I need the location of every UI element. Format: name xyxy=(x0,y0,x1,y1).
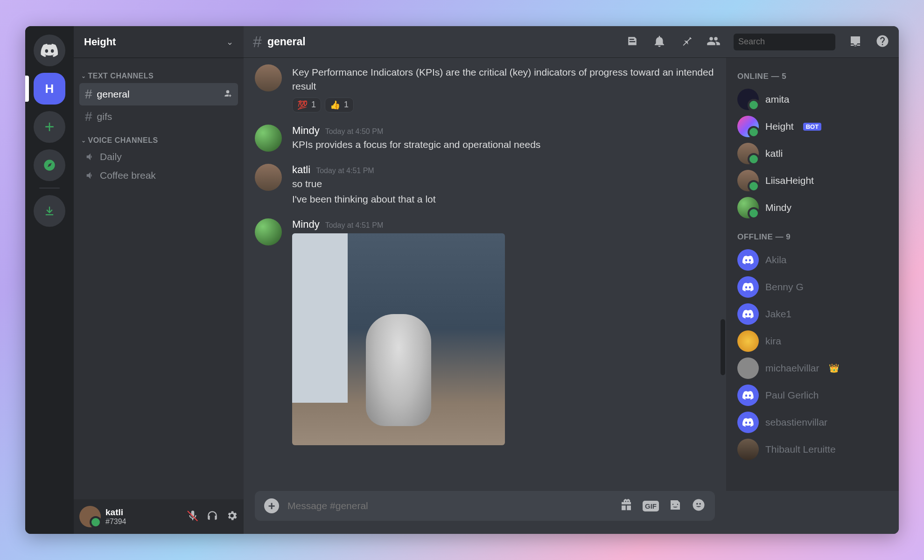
member-avatar xyxy=(737,357,759,379)
message-author[interactable]: Mindy xyxy=(292,125,320,137)
member-list: ONLINE — 5 amitaHeightBOTkatliLiisaHeigh… xyxy=(726,58,899,491)
reaction[interactable]: 💯1 xyxy=(292,98,321,112)
member-height[interactable]: HeightBOT xyxy=(732,113,893,140)
member-mindy[interactable]: Mindy xyxy=(732,194,893,221)
member-akila[interactable]: Akila xyxy=(732,246,893,273)
composer-wrap: + GIF xyxy=(244,491,726,534)
voice-channels-header[interactable]: ⌄ VOICE CHANNELS xyxy=(79,128,238,147)
channel-label: Coffee break xyxy=(100,170,156,181)
owner-crown-icon: 👑 xyxy=(829,363,839,373)
member-avatar xyxy=(737,385,759,406)
message-text: Key Performance Indicators (KPIs) are th… xyxy=(292,65,715,94)
pins-button[interactable] xyxy=(679,34,693,50)
reaction[interactable]: 👍1 xyxy=(325,98,354,112)
invite-icon[interactable] xyxy=(223,89,232,100)
member-name: Benny G xyxy=(765,281,804,293)
download-button[interactable] xyxy=(34,195,65,227)
mute-button[interactable] xyxy=(187,510,199,524)
member-avatar xyxy=(737,412,759,433)
avatar[interactable] xyxy=(255,64,282,91)
explore-button[interactable] xyxy=(34,149,65,181)
member-liisaheight[interactable]: LiisaHeight xyxy=(732,167,893,194)
message-author[interactable]: katli xyxy=(292,164,310,176)
message-author[interactable]: Mindy xyxy=(292,218,320,231)
channel-label: Daily xyxy=(100,151,122,162)
online-header: ONLINE — 5 xyxy=(732,69,893,86)
reaction-count: 1 xyxy=(311,100,316,110)
chevron-down-icon: ⌄ xyxy=(226,37,233,47)
chevron-down-icon: ⌄ xyxy=(81,137,86,144)
threads-icon xyxy=(625,34,639,48)
self-avatar[interactable] xyxy=(79,506,101,527)
section-label: TEXT CHANNELS xyxy=(88,72,154,80)
channel-gifs[interactable]: #gifs xyxy=(79,105,238,128)
voice-channel-daily[interactable]: Daily xyxy=(79,147,238,166)
message-input[interactable] xyxy=(287,500,611,511)
message-list: Key Performance Indicators (KPIs) are th… xyxy=(244,58,726,491)
member-name: sebastienvillar xyxy=(765,417,827,428)
self-username: katli xyxy=(105,507,126,518)
member-name: katli xyxy=(765,148,783,159)
server-header[interactable]: Height ⌄ xyxy=(74,26,244,58)
search-box[interactable] xyxy=(734,34,835,50)
member-name: Paul Gerlich xyxy=(765,390,819,401)
member-paul-gerlich[interactable]: Paul Gerlich xyxy=(732,382,893,409)
member-name: Height xyxy=(765,121,794,132)
member-benny-g[interactable]: Benny G xyxy=(732,273,893,301)
members-toggle-button[interactable] xyxy=(707,34,721,50)
image-attachment[interactable] xyxy=(292,233,505,445)
search-input[interactable] xyxy=(738,37,847,47)
member-name: Mindy xyxy=(765,202,791,213)
message-timestamp: Today at 4:50 PM xyxy=(325,127,384,136)
avatar[interactable] xyxy=(255,164,282,191)
rail-separator xyxy=(39,188,60,189)
chat-body: Key Performance Indicators (KPIs) are th… xyxy=(244,58,899,491)
microphone-icon xyxy=(187,510,199,522)
section-label: VOICE CHANNELS xyxy=(88,136,158,145)
attach-button[interactable]: + xyxy=(264,498,279,513)
member-thibault-leruitte[interactable]: Thibault Leruitte xyxy=(732,436,893,463)
channel-general[interactable]: #general xyxy=(79,83,238,105)
deafen-button[interactable] xyxy=(206,510,218,524)
scrollbar-thumb[interactable] xyxy=(721,319,725,375)
sticker-button[interactable] xyxy=(668,498,682,514)
threads-button[interactable] xyxy=(625,34,639,50)
member-avatar xyxy=(737,143,759,164)
reaction-count: 1 xyxy=(344,100,349,110)
speaker-icon xyxy=(85,152,95,162)
notifications-button[interactable] xyxy=(652,34,666,50)
message: katliToday at 4:51 PMso trueI've been th… xyxy=(244,162,726,208)
gift-button[interactable] xyxy=(619,498,633,514)
add-server-button[interactable]: + xyxy=(34,111,65,143)
member-sebastienvillar[interactable]: sebastienvillar xyxy=(732,409,893,436)
server-initial: H xyxy=(45,82,54,96)
emoji-icon xyxy=(692,498,706,512)
avatar[interactable] xyxy=(255,218,282,245)
member-avatar xyxy=(737,89,759,110)
reaction-emoji: 💯 xyxy=(297,100,308,110)
settings-button[interactable] xyxy=(226,510,238,524)
member-amita[interactable]: amita xyxy=(732,86,893,113)
emoji-button[interactable] xyxy=(692,498,706,514)
member-kira[interactable]: kira xyxy=(732,328,893,355)
voice-channel-coffee-break[interactable]: Coffee break xyxy=(79,166,238,185)
avatar[interactable] xyxy=(255,125,282,152)
member-name: kira xyxy=(765,336,781,347)
text-channels-header[interactable]: ⌄ TEXT CHANNELS xyxy=(79,63,238,83)
self-info[interactable]: katli #7394 xyxy=(105,507,126,526)
hash-icon: # xyxy=(253,33,262,51)
member-michaelvillar[interactable]: michaelvillar👑 xyxy=(732,355,893,382)
inbox-button[interactable] xyxy=(848,34,862,50)
member-jake1[interactable]: Jake1 xyxy=(732,301,893,328)
reaction-emoji: 👍 xyxy=(330,100,340,110)
user-controls xyxy=(187,510,238,524)
bot-badge: BOT xyxy=(803,123,821,131)
app-window: H + Height ⌄ ⌄ TEXT CHANNELS #general#gi… xyxy=(25,26,899,534)
member-katli[interactable]: katli xyxy=(732,140,893,167)
discord-logo-icon xyxy=(40,43,59,57)
gif-button[interactable]: GIF xyxy=(643,501,659,511)
help-button[interactable] xyxy=(875,34,889,50)
channel-label: gifs xyxy=(97,111,112,122)
server-height[interactable]: H xyxy=(34,73,65,105)
home-button[interactable] xyxy=(34,35,65,66)
